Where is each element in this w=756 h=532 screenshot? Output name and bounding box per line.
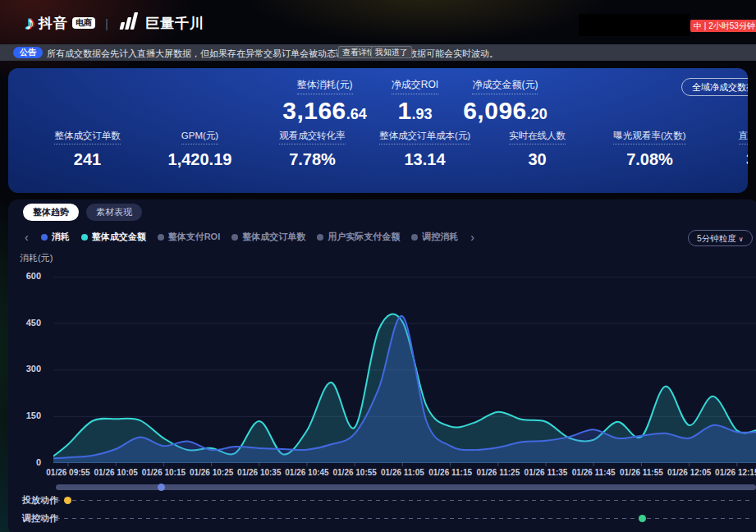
granularity-label: 5分钟粒度 [697,233,736,243]
x-axis-labels: 01/26 09:5501/26 10:0501/26 10:1501/26 1… [53,468,756,479]
secondary-metric: GPM(元) 1,420.19 [144,130,256,169]
tab-overall-trend[interactable]: 整体趋势 [23,204,79,221]
action-timeline [56,500,753,501]
series-label: 消耗 [52,231,70,243]
secondary-metric: 实时在线人数 30 [481,130,593,169]
legend-item[interactable]: 用户实际支付金额 [317,231,400,243]
y-tick-label: 0 [15,457,41,467]
series-label: 整体成交金额 [92,231,146,243]
metrics-panel: 整体消耗(元) 3,166.64 净成交ROI 1.93 净成交金额(元) 6,… [8,68,748,193]
secondary-metric: 观看成交转化率 7.78% [256,130,369,169]
metric-value: 7.78% [289,150,336,169]
qianchuan-logo-icon [118,11,140,34]
metric-value: 3,09 [746,150,748,169]
x-tick-label: 01/26 10:05 [94,468,137,477]
legend-items: 消耗 整体成交金额 整体支付ROI 整体成交订单数 用户实际支付金额 调控消耗 [41,231,459,243]
action-row-label: 投放动作 [22,494,58,507]
x-tick-label: 01/26 11:05 [381,468,424,477]
acknowledge-button[interactable]: 我知道了 [371,46,412,58]
chevron-down-icon: ∨ [739,236,744,243]
douyin-note-icon: ♪ [25,13,34,33]
secondary-metric: 直播间整体 3,09 [706,130,748,169]
x-tick-label: 01/26 11:45 [572,468,616,477]
metric-value: 7.08% [626,150,673,169]
brand-divider: | [105,16,108,30]
action-row-label: 调控动作 [22,512,58,525]
series-label: 整体成交订单数 [242,231,305,243]
secondary-metric: 整体成交订单数 241 [31,130,144,169]
series-color-dot [41,234,48,241]
metric-label: 曝光观看率(次数) [613,130,685,144]
x-tick-label: 01/26 12:05 [667,468,711,477]
legend-item[interactable]: 整体成交金额 [81,231,146,243]
primary-metric: 整体消耗(元) 3,166.64 [282,78,367,123]
x-tick-label: 01/26 10:15 [142,468,186,477]
x-tick-label: 01/26 12:15 [715,468,756,477]
legend-scroll-left-icon[interactable]: ‹ [23,232,30,243]
chart-area [53,277,756,468]
legend-item[interactable]: 整体支付ROI [158,231,221,243]
timeline-scrollbar-handle[interactable] [158,484,165,491]
y-tick-label: 600 [15,271,41,281]
tab-material-performance[interactable]: 素材表现 [86,204,142,221]
metric-value: 3,166.64 [282,99,367,123]
metric-label: 整体成交订单成本(元) [379,130,470,144]
y-tick-label: 450 [15,318,41,328]
notice-bar: 公告 所有成交数据会先计入直播大屏数据，但如果存在异常交易订单会被动态调整，因此… [0,44,756,61]
qianchuan-live-dashboard: ♪ 抖音 电商 | 巨量千川 中 | 2小时53分钟 | 公告 所有成交数据会先… [0,0,756,532]
granularity-dropdown[interactable]: 5分钟粒度∨ [688,230,753,246]
primary-metric: 净成交ROI 1.93 [392,78,438,123]
metric-value: 241 [74,150,101,169]
action-row: 调控动作 [8,512,756,524]
action-timeline [56,518,753,519]
x-tick-label: 01/26 10:25 [190,468,233,477]
x-tick-label: 01/26 11:25 [476,468,520,477]
series-label: 整体支付ROI [168,231,221,243]
primary-metric: 净成交金额(元) 6,096.20 [463,78,548,123]
series-color-dot [158,234,164,241]
secondary-metric: 曝光观看率(次数) 7.08% [593,130,706,169]
x-tick-label: 01/26 10:35 [237,468,281,477]
series-color-dot [317,234,323,241]
metric-label: 整体成交订单数 [54,130,121,144]
action-marker-dot[interactable] [639,515,646,522]
top-bar: ♪ 抖音 电商 | 巨量千川 中 | 2小时53分钟 | [0,0,756,44]
action-row: 投放动作 [8,494,756,506]
trend-chart[interactable] [53,277,756,468]
legend-item[interactable]: 消耗 [41,231,70,243]
legend-item[interactable]: 整体成交订单数 [231,231,305,243]
metric-label: 整体消耗(元) [297,78,353,94]
metric-value: 13.14 [404,150,445,169]
metric-value: 1,420.19 [168,150,232,169]
action-marker-dot[interactable] [64,497,71,504]
scope-selector-label: 全域净成交数据 [692,82,748,92]
x-tick-label: 01/26 09:55 [46,468,89,477]
secondary-metric: 整体成交订单成本(元) 13.14 [369,130,481,169]
scope-selector-dropdown[interactable]: 全域净成交数据∨ [681,78,748,96]
redacted-area [579,14,690,36]
series-label: 调控消耗 [422,231,458,243]
metric-label: 直播间整体 [739,130,748,144]
metric-label: GPM(元) [181,130,218,144]
legend-item[interactable]: 调控消耗 [411,231,458,243]
ecommerce-badge: 电商 [72,17,95,29]
metric-value: 1.93 [397,99,432,123]
secondary-metrics-row: 整体成交订单数 241 GPM(元) 1,420.19 观看成交转化率 7.78… [31,130,748,169]
x-tick-label: 01/26 11:15 [428,468,472,477]
series-label: 用户实际支付金额 [328,231,400,243]
metric-label: 观看成交转化率 [279,130,346,144]
douyin-wordmark: 抖音 [39,14,68,33]
header-divider: | [745,20,747,30]
legend-row: ‹ 消耗 整体成交金额 整体支付ROI 整体成交订单数 用户实际支付金额 调控消… [23,231,476,243]
trend-card: 整体趋势素材表现 ‹ 消耗 整体成交金额 整体支付ROI 整体成交订单数 用户实… [8,200,756,532]
metric-value: 6,096.20 [463,99,548,123]
primary-metrics-row: 整体消耗(元) 3,166.64 净成交ROI 1.93 净成交金额(元) 6,… [82,78,748,123]
x-tick-label: 01/26 11:35 [525,468,568,477]
metric-label: 实时在线人数 [509,130,566,144]
notice-message: 所有成交数据会先计入直播大屏数据，但如果存在异常交易订单会被动态调整，因此本页面… [47,48,498,60]
metric-label: 净成交金额(元) [472,78,538,94]
legend-scroll-right-icon[interactable]: › [469,232,476,243]
metric-value: 30 [528,150,546,169]
y-tick-label: 150 [15,410,41,420]
trend-tabs: 整体趋势素材表现 [23,204,142,221]
